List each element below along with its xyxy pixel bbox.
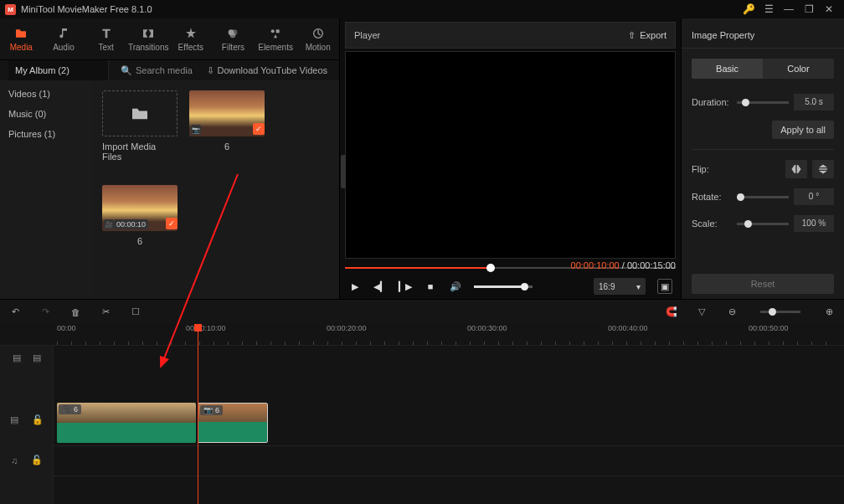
undo-button[interactable]: ↶ [8, 306, 22, 319]
play-button[interactable]: ▶ [348, 280, 362, 293]
media-item-video[interactable]: 🎥 00:00:10 ✓ 6 [102, 185, 178, 246]
sidebar-item-pictures[interactable]: Pictures (1) [0, 124, 94, 144]
elements-icon [269, 27, 282, 40]
motion-icon [311, 27, 325, 40]
zoom-slider[interactable] [760, 311, 800, 313]
prop-tab-color[interactable]: Color [763, 59, 834, 79]
svg-rect-4 [276, 29, 280, 33]
svg-point-2 [230, 32, 236, 38]
magnet-toggle[interactable]: 🧲 [665, 306, 678, 319]
aspect-ratio-select[interactable]: 16:9 ▾ [594, 278, 646, 295]
media-panel: Media Audio Text Transitions Effects Fil… [0, 18, 339, 299]
maximize-button[interactable]: ❐ [799, 3, 819, 15]
lock-icon: 🔓 [32, 414, 44, 425]
apply-to-all-button[interactable]: Apply to all [772, 121, 834, 139]
rotate-slider[interactable] [737, 196, 789, 198]
tab-text[interactable]: Text [85, 18, 127, 59]
tab-motion[interactable]: Motion [296, 18, 339, 59]
split-button[interactable]: ✂ [99, 306, 112, 319]
zoom-out-button[interactable]: ⊖ [725, 306, 738, 319]
duration-value[interactable]: 5.0 s [794, 94, 834, 111]
stack-icon: ▤ [13, 352, 21, 363]
used-check-icon: ✓ [253, 123, 265, 135]
timeline-toolbar: ↶ ↷ 🗑 ✂ ☐ 🧲 ▽ ⊖ ⊕ [0, 299, 844, 324]
window-title: MiniTool MovieMaker Free 8.1.0 [21, 4, 152, 14]
tab-label: Text [98, 43, 113, 52]
property-panel: Image Property Basic Color Duration: 5.0… [681, 18, 844, 299]
tab-label: Filters [222, 43, 244, 52]
activate-icon[interactable]: 🔑 [738, 3, 759, 15]
prev-frame-button[interactable]: ◀▎ [373, 280, 387, 293]
preview-area[interactable] [345, 51, 676, 259]
media-item-picture[interactable]: 📷 ✓ 6 [189, 90, 265, 162]
media-sidebar: Videos (1) Music (0) Pictures (1) [0, 80, 94, 299]
sidebar-item-videos[interactable]: Videos (1) [0, 84, 94, 104]
tab-audio[interactable]: Audio [43, 18, 85, 59]
timeline[interactable]: 00:0000:00:10:0000:00:20:0000:00:30:0000… [0, 324, 844, 504]
volume-slider[interactable] [474, 285, 533, 288]
download-icon: ⇩ [207, 65, 214, 76]
tab-transitions[interactable]: Transitions [127, 18, 170, 59]
flip-vertical-button[interactable] [812, 160, 834, 178]
audio-track[interactable] [54, 450, 844, 476]
scale-value[interactable]: 100 % [794, 215, 834, 232]
tab-label: Elements [258, 43, 293, 52]
playhead[interactable] [198, 324, 198, 504]
scale-slider[interactable] [737, 223, 789, 225]
app-icon: M [5, 4, 16, 15]
video-track[interactable]: 🎥6 📷6 [54, 399, 844, 446]
prop-tab-basic[interactable]: Basic [692, 59, 763, 79]
rotate-value[interactable]: 0 ° [794, 188, 834, 205]
media-item-label: 6 [137, 236, 142, 246]
text-icon [100, 27, 113, 40]
next-frame-button[interactable]: ▎▶ [399, 280, 412, 293]
lock-icon: 🔓 [31, 455, 43, 465]
tab-media[interactable]: Media [0, 18, 43, 59]
volume-icon[interactable]: 🔊 [449, 280, 462, 293]
tab-label: Audio [53, 43, 75, 52]
flip-horizontal-button[interactable] [785, 160, 807, 178]
filters-icon [226, 27, 239, 40]
tab-elements[interactable]: Elements [255, 18, 297, 59]
total-time: 00:00:15:00 [627, 260, 676, 270]
search-icon: 🔍 [121, 65, 132, 76]
redo-button[interactable]: ↷ [39, 306, 52, 319]
playback-track[interactable]: 00:00:10:00 / 00:00:15:00 [345, 262, 676, 274]
media-bar: My Album (2) 🔍 Search media ⇩ Download Y… [0, 60, 339, 80]
close-button[interactable]: ✕ [819, 3, 839, 15]
flip-label: Flip: [692, 164, 732, 174]
marker-button[interactable]: ▽ [695, 306, 708, 319]
tab-filters[interactable]: Filters [212, 18, 255, 59]
track-header[interactable]: ▤ ▤ [0, 346, 53, 369]
menu-icon[interactable]: ☰ [759, 3, 779, 15]
player-header: Player ⇧ Export [345, 22, 676, 49]
tab-effects[interactable]: Effects [170, 18, 213, 59]
import-label: Import Media Files [102, 141, 178, 162]
delete-button[interactable]: 🗑 [69, 306, 82, 319]
audio-track-header[interactable]: ♫ 🔓 [0, 455, 54, 465]
timeline-clip-video[interactable]: 🎥6 [57, 403, 196, 443]
export-button[interactable]: ⇧ Export [628, 30, 666, 41]
duration-slider[interactable] [737, 101, 789, 104]
import-media[interactable]: Import Media Files [102, 90, 178, 162]
primary-tabs: Media Audio Text Transitions Effects Fil… [0, 18, 339, 60]
panel-collapse-handle[interactable] [341, 155, 346, 188]
search-placeholder: Search media [136, 65, 193, 75]
sidebar-item-music[interactable]: Music (0) [0, 104, 94, 124]
video-icon: 🎥 [62, 405, 71, 414]
stop-button[interactable]: ■ [424, 280, 437, 293]
chevron-down-icon: ▾ [636, 282, 641, 291]
fullscreen-button[interactable]: ▣ [657, 279, 672, 294]
picture-icon: 📷 [203, 406, 213, 414]
download-youtube[interactable]: ⇩ Download YouTube Videos [207, 65, 332, 76]
video-track-header[interactable]: ▤ 🔓 [0, 414, 54, 425]
reset-button[interactable]: Reset [692, 274, 834, 294]
timeline-ruler[interactable]: 00:0000:00:10:0000:00:20:0000:00:30:0000… [0, 324, 844, 346]
zoom-in-button[interactable]: ⊕ [822, 306, 836, 319]
crop-button[interactable]: ☐ [129, 306, 142, 319]
album-label[interactable]: My Album (2) [8, 60, 109, 80]
minimize-button[interactable]: — [779, 3, 799, 15]
search-media[interactable]: 🔍 Search media [116, 65, 200, 76]
timeline-clip-image[interactable]: 📷6 [198, 403, 268, 443]
download-label: Download YouTube Videos [218, 65, 328, 75]
